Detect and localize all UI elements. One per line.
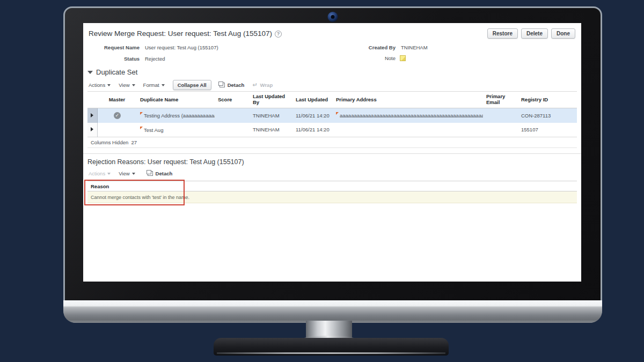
created-by-value: TNINEHAM: [401, 45, 428, 50]
primary-email-cell[interactable]: [483, 108, 518, 123]
changed-flag-icon: [336, 112, 339, 115]
reason-header-row: Reason: [87, 181, 577, 191]
duplicate-name-text: Test Aug: [144, 127, 163, 133]
view-menu[interactable]: View: [119, 171, 135, 176]
column-header-reason[interactable]: Reason: [87, 181, 577, 191]
column-header-primary-address[interactable]: Primary Address: [333, 92, 483, 108]
primary-address-cell[interactable]: [333, 123, 483, 137]
registry-id-cell[interactable]: CON-287113: [518, 108, 577, 123]
page-title: Review Merge Request: User request: Test…: [89, 29, 282, 38]
changed-flag-icon: [140, 112, 143, 115]
detach-label: Detach: [228, 82, 245, 88]
detach-button[interactable]: Detach: [148, 171, 173, 176]
duplicate-name-text: Testing Address (aaaaaaaaaaaaa...: [144, 113, 215, 119]
merge-request-app: Review Merge Request: User request: Test…: [83, 23, 581, 282]
created-by-label: Created By: [358, 45, 396, 50]
note-row: Note: [358, 55, 406, 61]
monitor-frame: Review Merge Request: User request: Test…: [63, 6, 602, 323]
status-row: Status Rejected: [89, 56, 165, 62]
view-menu-label: View: [119, 171, 129, 176]
created-by-row: Created By TNINEHAM: [358, 45, 428, 50]
master-cell[interactable]: [97, 108, 137, 123]
chevron-down-icon: [132, 84, 135, 86]
duplicate-name-cell[interactable]: Testing Address (aaaaaaaaaaaaa...: [137, 108, 215, 123]
actions-menu[interactable]: Actions: [89, 171, 111, 176]
column-header-score[interactable]: Score: [215, 92, 250, 108]
last-updated-by-cell[interactable]: TNINEHAM: [250, 123, 292, 137]
row-expand-handle[interactable]: [87, 108, 97, 123]
play-triangle-icon: [91, 127, 93, 131]
registry-id-cell[interactable]: 155107: [518, 123, 577, 137]
check-circle-icon: [114, 112, 121, 119]
primary-email-cell[interactable]: [483, 123, 518, 137]
changed-flag-icon: [140, 127, 143, 129]
collapse-all-button[interactable]: Collapse All: [173, 80, 211, 90]
score-cell[interactable]: [215, 108, 250, 123]
wrap-icon: [252, 82, 257, 88]
view-menu-label: View: [119, 82, 129, 88]
column-header-duplicate-name[interactable]: Duplicate Name: [137, 92, 215, 108]
detach-icon: [148, 171, 153, 176]
request-name-label: Request Name: [89, 45, 140, 50]
last-updated-cell[interactable]: 11/06/21 14:20: [292, 108, 333, 123]
delete-button[interactable]: Delete: [521, 28, 548, 39]
restore-button[interactable]: Restore: [487, 28, 518, 39]
status-label: Status: [89, 56, 140, 62]
page-title-text: Review Merge Request: User request: Test…: [89, 29, 272, 38]
help-icon[interactable]: [275, 31, 282, 38]
done-button[interactable]: Done: [551, 28, 575, 39]
format-menu-label: Format: [143, 82, 159, 88]
score-cell[interactable]: [215, 123, 250, 137]
duplicate-set-heading[interactable]: Duplicate Set: [87, 68, 137, 76]
master-cell[interactable]: [97, 123, 137, 137]
chevron-down-icon: [132, 173, 135, 175]
play-triangle-icon: [91, 113, 93, 117]
wrap-button[interactable]: Wrap: [252, 82, 273, 88]
view-menu[interactable]: View: [119, 82, 135, 88]
columns-hidden-row: Columns Hidden 27: [87, 137, 577, 148]
request-name-row: Request Name User request: Test Aug (155…: [89, 45, 218, 50]
screen: Review Merge Request: User request: Test…: [83, 23, 581, 282]
duplicate-name-cell[interactable]: Test Aug: [137, 123, 215, 137]
column-header-last-updated[interactable]: Last Updated: [292, 92, 333, 108]
detach-button[interactable]: Detach: [219, 82, 245, 88]
disclosure-triangle-icon: [87, 71, 93, 74]
table-row[interactable]: Testing Address (aaaaaaaaaaaaa... TNINEH…: [87, 108, 577, 123]
row-expand-handle[interactable]: [87, 123, 97, 137]
last-updated-by-cell[interactable]: TNINEHAM: [250, 108, 292, 123]
primary-address-cell[interactable]: aaaaaaaaaaaaaaaaaaaaaaaaaaaaaaaaaaaaaaaa…: [333, 108, 483, 123]
column-header-primary-email[interactable]: Primary Email: [483, 92, 518, 108]
columns-hidden-label: Columns Hidden: [91, 139, 128, 145]
columns-hidden-cell: Columns Hidden 27: [87, 137, 577, 148]
actions-menu[interactable]: Actions: [89, 82, 111, 88]
duplicate-set-heading-text: Duplicate Set: [96, 68, 137, 76]
table-row[interactable]: Cannot merge contacts with 'test' in the…: [87, 191, 577, 203]
reason-cell[interactable]: Cannot merge contacts with 'test' in the…: [87, 191, 577, 203]
table-header-row: Master Duplicate Name Score Last Updated…: [87, 92, 577, 108]
column-header-master[interactable]: Master: [97, 92, 137, 108]
monitor-chin: [63, 300, 602, 323]
actions-menu-label: Actions: [89, 82, 105, 88]
column-header-last-updated-by[interactable]: Last Updated By: [250, 92, 292, 108]
note-icon[interactable]: [400, 55, 406, 61]
monitor-stand-base: [214, 338, 449, 356]
header-action-buttons: Restore Delete Done: [487, 28, 575, 39]
chevron-down-icon: [107, 173, 111, 175]
request-name-value: User request: Test Aug (155107): [145, 45, 218, 50]
duplicate-set-toolbar: Actions View Format Collapse All Detach: [89, 80, 273, 90]
last-updated-cell[interactable]: 11/06/21 14:20: [292, 123, 333, 137]
rejection-reasons-toolbar: Actions View Detach: [89, 171, 172, 176]
column-header-handle: [87, 92, 97, 108]
format-menu[interactable]: Format: [143, 82, 165, 88]
columns-hidden-count: 27: [131, 139, 137, 145]
column-header-registry-id[interactable]: Registry ID: [518, 92, 577, 108]
rejection-reasons-table: Reason Cannot merge contacts with 'test'…: [87, 181, 577, 203]
chevron-down-icon: [107, 84, 111, 86]
section-divider: [83, 153, 581, 154]
table-row[interactable]: Test Aug TNINEHAM 11/06/21 14:20 155107: [87, 123, 577, 137]
wrap-label: Wrap: [260, 82, 273, 88]
webcam-icon: [328, 12, 338, 22]
detach-icon: [219, 83, 225, 87]
rejection-reasons-heading: Rejection Reasons: User request: Test Au…: [87, 158, 244, 166]
primary-address-text: aaaaaaaaaaaaaaaaaaaaaaaaaaaaaaaaaaaaaaaa…: [340, 113, 483, 119]
